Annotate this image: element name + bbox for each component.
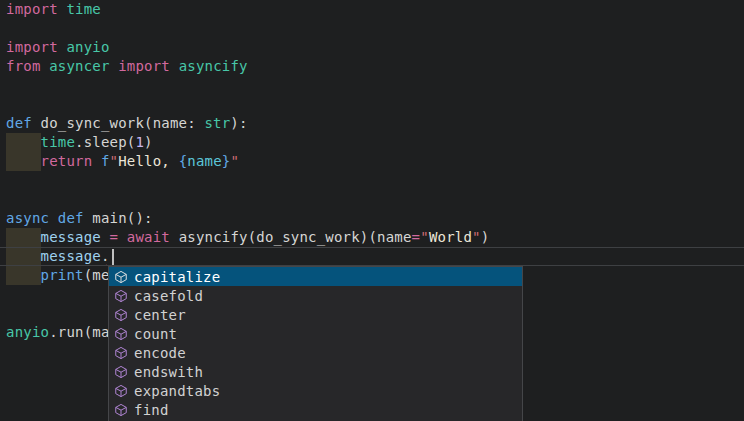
code-token (49, 210, 58, 226)
method-cube-icon (114, 365, 128, 379)
code-token: " (472, 229, 481, 245)
code-token: f (101, 153, 110, 169)
code-token (92, 153, 101, 169)
code-token: import (118, 58, 170, 74)
suggestion-label: count (134, 326, 177, 342)
suggestion-item-count[interactable]: count (109, 324, 522, 343)
code-token (101, 229, 110, 245)
code-token: asyncify (179, 58, 248, 74)
code-token: ) (481, 229, 490, 245)
code-token: " (230, 153, 239, 169)
suggestion-label: casefold (134, 288, 203, 304)
method-cube-icon (114, 289, 128, 303)
code-token: anyio (6, 324, 49, 340)
code-token: { (179, 153, 188, 169)
code-token: anyio (66, 39, 109, 55)
suggestion-item-encode[interactable]: encode (109, 343, 522, 362)
indent-highlight (6, 248, 41, 265)
code-token: message (41, 229, 101, 245)
text-cursor (112, 249, 114, 265)
code-token: = (412, 229, 421, 245)
code-line-7[interactable]: def do_sync_work(name: str): (0, 114, 744, 133)
suggestion-label: capitalize (134, 269, 220, 285)
suggestion-label: endswith (134, 364, 203, 380)
suggestion-item-find[interactable]: find (109, 400, 522, 419)
code-line-2[interactable] (0, 19, 744, 38)
suggestion-label: find (134, 402, 169, 418)
code-token (41, 58, 50, 74)
indent-highlight (6, 228, 41, 247)
code-token: = (110, 229, 119, 245)
code-line-10[interactable] (0, 171, 744, 190)
code-line-1[interactable]: import time (0, 0, 744, 19)
code-line-5[interactable] (0, 76, 744, 95)
code-token: time (41, 134, 76, 150)
code-token: def (6, 115, 32, 131)
suggestion-label: expandtabs (134, 383, 220, 399)
code-token: print (41, 267, 84, 283)
code-token: .run(ma (49, 324, 109, 340)
indent-highlight (6, 133, 41, 152)
code-token: World (429, 229, 472, 245)
code-line-8[interactable]: time.sleep(1) (0, 133, 744, 152)
code-token: def (58, 210, 84, 226)
code-token (110, 58, 119, 74)
suggest-widget: capitalizecasefoldcentercountencodeendsw… (108, 266, 523, 421)
code-token: asyncer (49, 58, 109, 74)
method-cube-icon (114, 384, 128, 398)
code-token: (me (84, 267, 110, 283)
code-line-12[interactable]: async def main(): (0, 209, 744, 228)
code-token: . (101, 248, 110, 264)
code-token: import (6, 1, 58, 17)
code-token: str (204, 115, 230, 131)
suggestion-label: encode (134, 345, 186, 361)
method-cube-icon (114, 346, 128, 360)
suggestion-item-capitalize[interactable]: capitalize (109, 267, 522, 286)
code-token: .sleep( (75, 134, 135, 150)
code-token: await (127, 229, 170, 245)
code-line-4[interactable]: from asyncer import asyncify (0, 57, 744, 76)
code-token: main(): (84, 210, 153, 226)
code-token: name (187, 153, 222, 169)
code-token: message (41, 248, 101, 264)
code-token: return (41, 153, 93, 169)
code-token: asyncify(do_sync_work)(name (170, 229, 412, 245)
suggestion-item-casefold[interactable]: casefold (109, 286, 522, 305)
code-token: Hello, (118, 153, 178, 169)
code-token: time (66, 1, 101, 17)
suggestion-item-endswith[interactable]: endswith (109, 362, 522, 381)
code-token: " (420, 229, 429, 245)
method-cube-icon (114, 308, 128, 322)
code-line-9[interactable]: return f"Hello, {name}" (0, 152, 744, 171)
code-token: do_sync_work(name: (32, 115, 205, 131)
code-token: ) (144, 134, 153, 150)
method-cube-icon (114, 270, 128, 284)
suggestion-item-expandtabs[interactable]: expandtabs (109, 381, 522, 400)
method-cube-icon (114, 403, 128, 417)
code-token: 1 (135, 134, 144, 150)
code-line-3[interactable]: import anyio (0, 38, 744, 57)
code-editor: { "editor": { "colors": { "background": … (0, 0, 744, 421)
code-token: " (110, 153, 119, 169)
code-token: import (6, 39, 58, 55)
indent-highlight (6, 152, 41, 171)
method-cube-icon (114, 327, 128, 341)
code-line-6[interactable] (0, 95, 744, 114)
code-token: async (6, 210, 49, 226)
code-token: from (6, 58, 41, 74)
suggestion-label: center (134, 307, 186, 323)
code-line-13[interactable]: message = await asyncify(do_sync_work)(n… (0, 228, 744, 247)
code-line-11[interactable] (0, 190, 744, 209)
indent-highlight (6, 266, 41, 285)
code-token (118, 229, 127, 245)
suggestion-item-center[interactable]: center (109, 305, 522, 324)
code-token: ): (230, 115, 247, 131)
code-token (170, 58, 179, 74)
